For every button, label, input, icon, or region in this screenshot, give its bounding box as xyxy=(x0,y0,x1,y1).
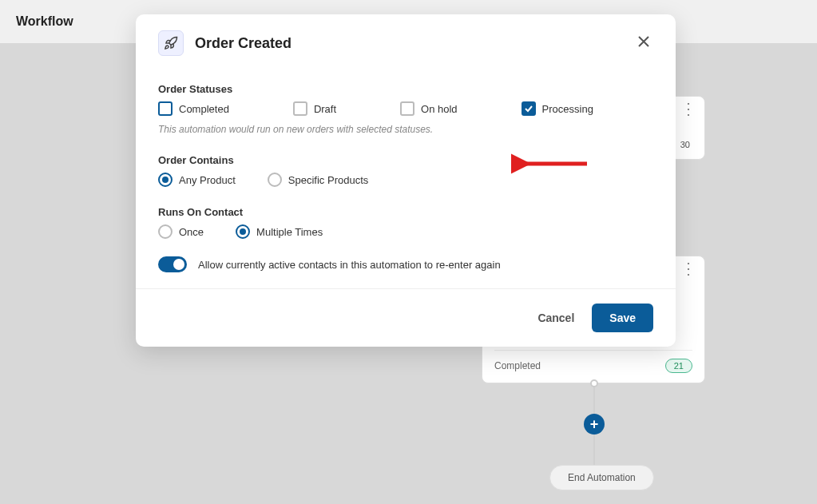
connector-line xyxy=(593,435,595,465)
radio-label: Any Product xyxy=(179,174,236,186)
order-created-modal: Order Created Order Statuses Completed D… xyxy=(136,14,676,347)
status-label: On hold xyxy=(421,103,458,115)
close-button[interactable] xyxy=(634,32,653,54)
order-statuses-group: Completed Draft On hold Processing xyxy=(158,101,653,116)
connector-dot xyxy=(590,379,598,387)
modal-title: Order Created xyxy=(195,35,292,52)
order-contains-group: Any Product Specific Products xyxy=(158,173,653,187)
contains-specific-products[interactable]: Specific Products xyxy=(268,173,368,187)
radio-icon xyxy=(236,224,250,239)
node-menu-icon[interactable]: ⋮ xyxy=(680,264,696,272)
node-badge: 30 xyxy=(680,140,690,149)
radio-icon xyxy=(158,224,173,239)
checkbox-icon xyxy=(400,101,414,116)
status-on-hold[interactable]: On hold xyxy=(400,101,458,116)
radio-icon xyxy=(268,173,282,187)
radio-label: Multiple Times xyxy=(256,226,323,238)
modal-footer: Cancel Save xyxy=(136,288,676,347)
radio-icon xyxy=(158,173,173,187)
reenter-label: Allow currently active contacts in this … xyxy=(198,259,501,271)
runs-multiple[interactable]: Multiple Times xyxy=(236,224,323,239)
cancel-button[interactable]: Cancel xyxy=(537,312,574,324)
status-label: Draft xyxy=(314,103,336,115)
end-automation-label: End Automation xyxy=(568,472,636,483)
contains-any-product[interactable]: Any Product xyxy=(158,173,236,187)
radio-label: Once xyxy=(179,226,204,238)
save-button[interactable]: Save xyxy=(592,304,653,332)
runs-on-contact-label: Runs On Contact xyxy=(158,206,653,218)
order-statuses-label: Order Statuses xyxy=(158,83,653,95)
status-draft[interactable]: Draft xyxy=(293,101,336,116)
runs-on-contact-group: Once Multiple Times xyxy=(158,224,653,239)
rocket-icon xyxy=(158,30,184,56)
modal-header: Order Created xyxy=(136,14,676,64)
add-step-button[interactable]: + xyxy=(584,414,605,435)
status-label: Processing xyxy=(542,103,593,115)
end-automation-node[interactable]: End Automation xyxy=(549,465,654,490)
statuses-hint: This automation would run on new orders … xyxy=(158,124,653,135)
status-completed[interactable]: Completed xyxy=(158,101,229,116)
checkbox-icon xyxy=(158,101,173,116)
checkbox-icon xyxy=(522,101,536,116)
status-processing[interactable]: Processing xyxy=(522,101,593,116)
connector-line xyxy=(593,387,595,415)
reenter-toggle[interactable] xyxy=(158,256,187,272)
node-count-badge: 21 xyxy=(665,359,692,373)
runs-once[interactable]: Once xyxy=(158,224,204,239)
checkbox-icon xyxy=(293,101,307,116)
order-contains-label: Order Contains xyxy=(158,154,653,166)
status-label: Completed xyxy=(179,103,229,115)
node-menu-icon[interactable]: ⋮ xyxy=(680,105,696,113)
node-status-label: Completed xyxy=(494,360,541,371)
radio-label: Specific Products xyxy=(288,174,368,186)
